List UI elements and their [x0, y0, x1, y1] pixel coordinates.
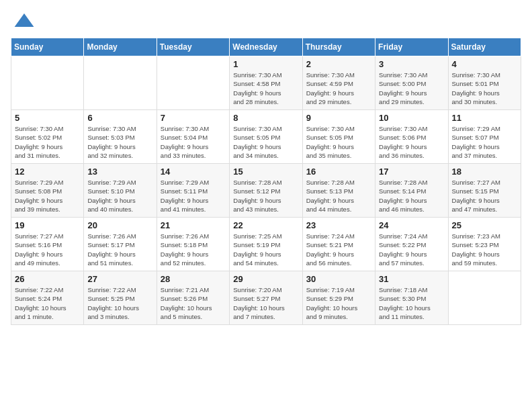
day-info: Sunrise: 7:30 AM Sunset: 5:05 PM Dayligh…: [233, 124, 298, 160]
calendar-body: 1Sunrise: 7:30 AM Sunset: 4:58 PM Daylig…: [11, 56, 521, 325]
weekday-header: Friday: [375, 38, 448, 56]
calendar-week-row: 12Sunrise: 7:29 AM Sunset: 5:08 PM Dayli…: [11, 164, 521, 218]
day-info: Sunrise: 7:29 AM Sunset: 5:07 PM Dayligh…: [452, 124, 517, 160]
calendar-header: SundayMondayTuesdayWednesdayThursdayFrid…: [11, 38, 521, 56]
day-number: 30: [306, 274, 371, 284]
day-info: Sunrise: 7:29 AM Sunset: 5:11 PM Dayligh…: [161, 178, 226, 214]
calendar-cell: 25Sunrise: 7:23 AM Sunset: 5:23 PM Dayli…: [448, 218, 521, 271]
day-number: 28: [161, 274, 226, 284]
day-info: Sunrise: 7:24 AM Sunset: 5:21 PM Dayligh…: [306, 232, 371, 267]
calendar-cell: 21Sunrise: 7:26 AM Sunset: 5:18 PM Dayli…: [157, 218, 229, 271]
day-number: 10: [379, 113, 444, 123]
calendar-cell: 6Sunrise: 7:30 AM Sunset: 5:03 PM Daylig…: [84, 110, 157, 164]
calendar-cell: 12Sunrise: 7:29 AM Sunset: 5:08 PM Dayli…: [11, 164, 84, 218]
calendar-cell: 13Sunrise: 7:29 AM Sunset: 5:10 PM Dayli…: [84, 164, 157, 218]
day-number: 12: [15, 167, 80, 177]
calendar-cell: 17Sunrise: 7:28 AM Sunset: 5:14 PM Dayli…: [375, 164, 448, 218]
calendar-cell: 2Sunrise: 7:30 AM Sunset: 4:59 PM Daylig…: [302, 56, 375, 110]
weekday-header: Thursday: [302, 38, 375, 56]
day-info: Sunrise: 7:28 AM Sunset: 5:13 PM Dayligh…: [306, 178, 371, 214]
logo: [11, 11, 35, 32]
calendar-cell: 24Sunrise: 7:24 AM Sunset: 5:22 PM Dayli…: [375, 218, 448, 271]
day-info: Sunrise: 7:30 AM Sunset: 4:58 PM Dayligh…: [233, 71, 298, 106]
day-number: 5: [15, 113, 80, 123]
calendar-cell: 7Sunrise: 7:30 AM Sunset: 5:04 PM Daylig…: [157, 110, 229, 164]
day-info: Sunrise: 7:30 AM Sunset: 4:59 PM Dayligh…: [306, 71, 371, 106]
calendar-week-row: 5Sunrise: 7:30 AM Sunset: 5:02 PM Daylig…: [11, 110, 521, 164]
day-number: 15: [233, 167, 298, 177]
calendar-cell: [84, 56, 157, 110]
weekday-header: Wednesday: [230, 38, 302, 56]
day-number: 2: [306, 59, 371, 69]
day-info: Sunrise: 7:29 AM Sunset: 5:08 PM Dayligh…: [15, 178, 80, 214]
day-info: Sunrise: 7:25 AM Sunset: 5:19 PM Dayligh…: [233, 232, 298, 267]
day-number: 6: [87, 113, 152, 123]
day-info: Sunrise: 7:27 AM Sunset: 5:15 PM Dayligh…: [452, 178, 517, 214]
header-row: SundayMondayTuesdayWednesdayThursdayFrid…: [11, 38, 521, 56]
day-info: Sunrise: 7:20 AM Sunset: 5:27 PM Dayligh…: [233, 285, 298, 321]
weekday-header: Saturday: [448, 38, 521, 56]
calendar-cell: 30Sunrise: 7:19 AM Sunset: 5:29 PM Dayli…: [302, 271, 375, 325]
calendar-cell: 3Sunrise: 7:30 AM Sunset: 5:00 PM Daylig…: [375, 56, 448, 110]
calendar-cell: 5Sunrise: 7:30 AM Sunset: 5:02 PM Daylig…: [11, 110, 84, 164]
day-info: Sunrise: 7:18 AM Sunset: 5:30 PM Dayligh…: [379, 285, 444, 321]
calendar-cell: 10Sunrise: 7:30 AM Sunset: 5:06 PM Dayli…: [375, 110, 448, 164]
day-info: Sunrise: 7:30 AM Sunset: 5:05 PM Dayligh…: [306, 124, 371, 160]
calendar-cell: 16Sunrise: 7:28 AM Sunset: 5:13 PM Dayli…: [302, 164, 375, 218]
day-info: Sunrise: 7:26 AM Sunset: 5:18 PM Dayligh…: [161, 232, 226, 267]
calendar-cell: 22Sunrise: 7:25 AM Sunset: 5:19 PM Dayli…: [230, 218, 302, 271]
day-info: Sunrise: 7:30 AM Sunset: 5:03 PM Dayligh…: [87, 124, 152, 160]
day-info: Sunrise: 7:27 AM Sunset: 5:16 PM Dayligh…: [15, 232, 80, 267]
day-number: 24: [379, 220, 444, 230]
weekday-header: Monday: [84, 38, 157, 56]
day-info: Sunrise: 7:30 AM Sunset: 5:06 PM Dayligh…: [379, 124, 444, 160]
weekday-header: Tuesday: [157, 38, 229, 56]
day-number: 4: [452, 59, 517, 69]
day-info: Sunrise: 7:30 AM Sunset: 5:02 PM Dayligh…: [15, 124, 80, 160]
day-info: Sunrise: 7:24 AM Sunset: 5:22 PM Dayligh…: [379, 232, 444, 267]
calendar-cell: 18Sunrise: 7:27 AM Sunset: 5:15 PM Dayli…: [448, 164, 521, 218]
day-number: 22: [233, 220, 298, 230]
day-number: 13: [87, 167, 152, 177]
calendar-cell: 9Sunrise: 7:30 AM Sunset: 5:05 PM Daylig…: [302, 110, 375, 164]
day-number: 26: [15, 274, 80, 284]
day-number: 14: [161, 167, 226, 177]
day-info: Sunrise: 7:30 AM Sunset: 5:01 PM Dayligh…: [452, 71, 517, 106]
day-number: 17: [379, 167, 444, 177]
calendar-cell: 20Sunrise: 7:26 AM Sunset: 5:17 PM Dayli…: [84, 218, 157, 271]
calendar-week-row: 1Sunrise: 7:30 AM Sunset: 4:58 PM Daylig…: [11, 56, 521, 110]
day-number: 16: [306, 167, 371, 177]
day-info: Sunrise: 7:22 AM Sunset: 5:24 PM Dayligh…: [15, 285, 80, 321]
day-info: Sunrise: 7:30 AM Sunset: 5:04 PM Dayligh…: [161, 124, 226, 160]
calendar-week-row: 26Sunrise: 7:22 AM Sunset: 5:24 PM Dayli…: [11, 271, 521, 325]
calendar-cell: 31Sunrise: 7:18 AM Sunset: 5:30 PM Dayli…: [375, 271, 448, 325]
calendar-cell: 23Sunrise: 7:24 AM Sunset: 5:21 PM Dayli…: [302, 218, 375, 271]
weekday-header: Sunday: [11, 38, 84, 56]
day-info: Sunrise: 7:23 AM Sunset: 5:23 PM Dayligh…: [452, 232, 517, 267]
day-number: 27: [87, 274, 152, 284]
calendar-cell: [448, 271, 521, 325]
day-info: Sunrise: 7:29 AM Sunset: 5:10 PM Dayligh…: [87, 178, 152, 214]
day-number: 9: [306, 113, 371, 123]
calendar-cell: 19Sunrise: 7:27 AM Sunset: 5:16 PM Dayli…: [11, 218, 84, 271]
day-number: 23: [306, 220, 371, 230]
calendar-cell: 4Sunrise: 7:30 AM Sunset: 5:01 PM Daylig…: [448, 56, 521, 110]
day-number: 31: [379, 274, 444, 284]
calendar-cell: 27Sunrise: 7:22 AM Sunset: 5:25 PM Dayli…: [84, 271, 157, 325]
day-info: Sunrise: 7:28 AM Sunset: 5:14 PM Dayligh…: [379, 178, 444, 214]
day-info: Sunrise: 7:30 AM Sunset: 5:00 PM Dayligh…: [379, 71, 444, 106]
calendar-cell: 14Sunrise: 7:29 AM Sunset: 5:11 PM Dayli…: [157, 164, 229, 218]
day-info: Sunrise: 7:21 AM Sunset: 5:26 PM Dayligh…: [161, 285, 226, 321]
calendar-cell: 11Sunrise: 7:29 AM Sunset: 5:07 PM Dayli…: [448, 110, 521, 164]
calendar-cell: 26Sunrise: 7:22 AM Sunset: 5:24 PM Dayli…: [11, 271, 84, 325]
day-number: 29: [233, 274, 298, 284]
logo-icon: [13, 11, 35, 32]
calendar-cell: 1Sunrise: 7:30 AM Sunset: 4:58 PM Daylig…: [230, 56, 302, 110]
calendar-cell: 15Sunrise: 7:28 AM Sunset: 5:12 PM Dayli…: [230, 164, 302, 218]
day-number: 19: [15, 220, 80, 230]
calendar-week-row: 19Sunrise: 7:27 AM Sunset: 5:16 PM Dayli…: [11, 218, 521, 271]
day-number: 20: [87, 220, 152, 230]
day-number: 11: [452, 113, 517, 123]
calendar-cell: [11, 56, 84, 110]
calendar-cell: 29Sunrise: 7:20 AM Sunset: 5:27 PM Dayli…: [230, 271, 302, 325]
